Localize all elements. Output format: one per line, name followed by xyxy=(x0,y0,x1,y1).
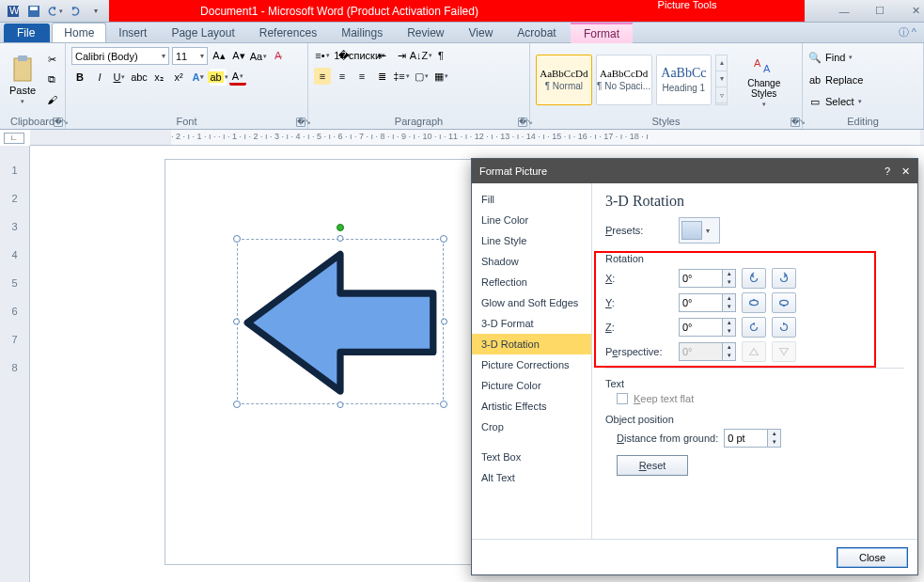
font-color-icon[interactable]: A xyxy=(229,69,246,86)
tab-insert[interactable]: Insert xyxy=(106,23,159,42)
style-gallery-scroll[interactable]: ▴▾▿ xyxy=(715,55,728,105)
bullets-icon[interactable]: ≡• xyxy=(314,47,331,64)
find-button[interactable]: 🔍Find ▾ xyxy=(808,52,863,64)
dialog-close-button[interactable]: ✕ xyxy=(901,165,910,178)
rotate-x-left-button[interactable] xyxy=(742,268,766,289)
tab-home[interactable]: Home xyxy=(52,23,106,42)
align-right-icon[interactable]: ≡ xyxy=(353,68,370,85)
tab-page-layout[interactable]: Page Layout xyxy=(159,23,246,42)
resize-handle-sw[interactable] xyxy=(233,401,241,408)
rotation-handle[interactable] xyxy=(337,224,344,231)
file-tab[interactable]: File xyxy=(4,24,50,42)
maximize-button[interactable]: ☐ xyxy=(869,3,891,20)
bold-button[interactable]: B xyxy=(71,69,88,86)
nav-artistic-effects[interactable]: Artistic Effects xyxy=(472,396,591,417)
grow-font-icon[interactable]: A▴ xyxy=(211,48,227,65)
arrow-left-shape[interactable] xyxy=(243,244,438,401)
resize-handle-n[interactable] xyxy=(337,235,344,242)
justify-icon[interactable]: ≣ xyxy=(373,68,390,85)
resize-handle-e[interactable] xyxy=(441,319,447,325)
tab-review[interactable]: Review xyxy=(395,23,456,42)
rotate-z-cw-button[interactable] xyxy=(772,317,796,338)
horizontal-ruler[interactable]: · 2 · ı · 1 · ı · · ı · 1 · ı · 2 · ı · … xyxy=(30,130,924,146)
perspective-spinner[interactable]: ▴▾ xyxy=(679,342,736,361)
font-dialog-launcher[interactable]: �↘ xyxy=(296,118,305,127)
close-button[interactable]: ✕ xyxy=(904,3,924,20)
line-spacing-icon[interactable]: ‡≡ xyxy=(393,68,410,85)
nav-alt-text[interactable]: Alt Text xyxy=(472,467,591,488)
clear-formatting-icon[interactable]: A̶ xyxy=(270,48,287,65)
tab-references[interactable]: References xyxy=(247,23,329,42)
minimize-button[interactable]: — xyxy=(833,3,855,20)
nav-reflection[interactable]: Reflection xyxy=(472,272,591,292)
resize-handle-s[interactable] xyxy=(337,401,344,408)
resize-handle-se[interactable] xyxy=(440,401,447,408)
strikethrough-button[interactable]: abc xyxy=(131,69,148,86)
resize-handle-w[interactable] xyxy=(233,319,240,325)
style-normal[interactable]: AaBbCcDd¶ Normal xyxy=(536,55,592,105)
keep-text-flat-checkbox[interactable] xyxy=(617,393,628,404)
save-icon[interactable] xyxy=(24,2,43,21)
nav-3d-format[interactable]: 3-D Format xyxy=(472,313,591,334)
replace-button[interactable]: abReplace xyxy=(808,74,863,86)
presets-dropdown[interactable]: ▾ xyxy=(679,217,720,244)
selected-shape[interactable] xyxy=(237,239,444,404)
rotation-y-spinner[interactable]: ▴▾ xyxy=(679,293,736,312)
nav-fill[interactable]: Fill xyxy=(472,189,591,210)
nav-glow-soft-edges[interactable]: Glow and Soft Edges xyxy=(472,292,591,313)
shrink-font-icon[interactable]: A▾ xyxy=(230,48,247,65)
underline-button[interactable]: U xyxy=(111,69,128,86)
rotate-y-up-button[interactable] xyxy=(742,292,766,313)
decrease-indent-icon[interactable]: ⇤ xyxy=(373,47,390,64)
paste-button[interactable]: Paste ▾ xyxy=(6,53,39,107)
paragraph-dialog-launcher[interactable]: �↘ xyxy=(518,118,527,127)
style-no-spacing[interactable]: AaBbCcDd¶ No Spaci... xyxy=(596,55,652,105)
borders-icon[interactable]: ▦ xyxy=(432,68,449,85)
styles-dialog-launcher[interactable]: �↘ xyxy=(791,118,800,127)
resize-handle-nw[interactable] xyxy=(233,235,241,243)
font-name-combo[interactable]: Calibri (Body)▾ xyxy=(71,47,169,65)
align-left-icon[interactable]: ≡ xyxy=(314,68,331,85)
multilevel-list-icon[interactable]: �списки xyxy=(353,47,370,64)
rotation-x-spinner[interactable]: ▴▾ xyxy=(679,269,736,288)
font-size-combo[interactable]: 11▾ xyxy=(172,47,208,65)
shading-icon[interactable]: ▢ xyxy=(413,68,430,85)
subscript-button[interactable]: x₂ xyxy=(150,69,167,86)
nav-crop[interactable]: Crop xyxy=(472,417,591,437)
show-marks-icon[interactable]: ¶ xyxy=(432,47,449,64)
redo-icon[interactable] xyxy=(66,2,85,21)
resize-handle-ne[interactable] xyxy=(440,235,447,243)
select-button[interactable]: ▭Select ▾ xyxy=(808,96,863,108)
sort-icon[interactable]: A↓Z xyxy=(413,47,430,64)
cut-icon[interactable]: ✂ xyxy=(43,52,60,69)
nav-picture-color[interactable]: Picture Color xyxy=(472,375,591,396)
nav-line-style[interactable]: Line Style xyxy=(472,230,591,251)
nav-picture-corrections[interactable]: Picture Corrections xyxy=(472,354,591,375)
highlight-icon[interactable]: ab xyxy=(210,69,227,86)
tab-mailings[interactable]: Mailings xyxy=(329,23,395,42)
format-painter-icon[interactable]: 🖌 xyxy=(43,91,60,108)
dialog-close-footer-button[interactable]: Close xyxy=(837,547,908,568)
change-styles-button[interactable]: AA Change Styles▾ xyxy=(731,50,796,110)
dialog-help-button[interactable]: ? xyxy=(885,165,890,178)
copy-icon[interactable]: ⧉ xyxy=(43,71,60,88)
style-heading-1[interactable]: AaBbCcHeading 1 xyxy=(656,55,713,105)
tab-format[interactable]: Format xyxy=(571,23,633,43)
tab-view[interactable]: View xyxy=(457,23,506,42)
rotate-x-right-button[interactable] xyxy=(772,268,796,289)
word-app-icon[interactable]: W xyxy=(4,2,23,21)
rotate-y-down-button[interactable] xyxy=(772,292,796,313)
reset-button[interactable]: Reset xyxy=(617,455,688,476)
nav-3d-rotation[interactable]: 3-D Rotation xyxy=(472,334,591,354)
dialog-titlebar[interactable]: Format Picture ? ✕ xyxy=(472,159,917,183)
qat-customize-icon[interactable]: ▾ xyxy=(86,2,105,21)
superscript-button[interactable]: x² xyxy=(170,69,187,86)
nav-shadow[interactable]: Shadow xyxy=(472,251,591,272)
rotation-z-spinner[interactable]: ▴▾ xyxy=(679,318,736,337)
italic-button[interactable]: I xyxy=(91,69,108,86)
undo-icon[interactable] xyxy=(45,2,64,21)
vertical-ruler[interactable]: 12345678 xyxy=(0,146,30,582)
ruler-corner[interactable]: ∟ xyxy=(4,133,24,144)
text-effects-icon[interactable]: A xyxy=(190,69,207,86)
clipboard-dialog-launcher[interactable]: �↘ xyxy=(54,118,63,127)
